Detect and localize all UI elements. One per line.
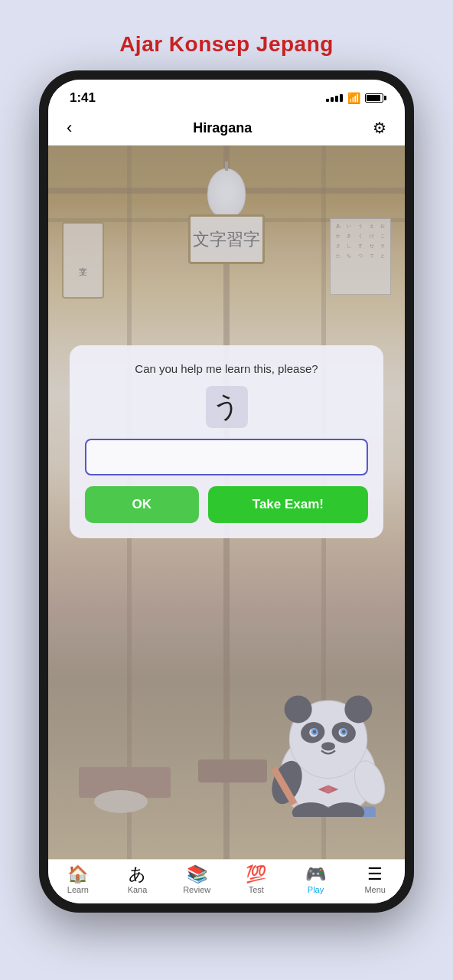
character-display: う	[85, 386, 368, 428]
tab-test[interactable]: 💯 Test	[226, 866, 286, 894]
dialog-buttons: OK Take Exam!	[85, 486, 368, 523]
page-title: Ajar Konsep Jepang	[119, 32, 334, 57]
main-content: 文字習字 あ い う え お か き く け こ さ し す せ	[48, 145, 405, 859]
nav-bar: ‹ Hiragana ⚙	[48, 112, 405, 145]
learn-icon: 🏠	[67, 866, 88, 883]
wifi-icon: 📶	[347, 92, 360, 104]
tab-review[interactable]: 📚 Review	[167, 866, 226, 894]
nav-title: Hiragana	[193, 120, 252, 136]
dialog-box: Can you help me learn this, please? う OK…	[70, 345, 383, 538]
kana-icon: あ	[129, 866, 146, 883]
settings-button[interactable]: ⚙	[373, 119, 386, 137]
back-button[interactable]: ‹	[67, 118, 72, 138]
tab-play[interactable]: 🎮 Play	[286, 866, 346, 894]
tab-bar: 🏠 Learn あ Kana 📚 Review 💯 Test 🎮 Play ☰	[48, 859, 405, 903]
menu-icon: ☰	[367, 866, 383, 883]
page-title-container: Ajar Konsep Jepang	[119, 0, 334, 70]
test-icon: 💯	[246, 866, 266, 883]
play-label: Play	[308, 885, 324, 894]
battery-icon	[365, 93, 383, 103]
play-icon: 🎮	[305, 866, 326, 883]
test-label: Test	[249, 885, 264, 894]
phone-frame: 1:41 📶 ‹ Hiragana ⚙	[39, 70, 414, 913]
tab-kana[interactable]: あ Kana	[108, 866, 168, 894]
menu-label: Menu	[364, 885, 386, 894]
character-card: う	[205, 386, 247, 428]
status-icons: 📶	[326, 92, 383, 104]
take-exam-button[interactable]: Take Exam!	[208, 486, 368, 523]
phone-screen: 1:41 📶 ‹ Hiragana ⚙	[48, 80, 405, 903]
ok-button[interactable]: OK	[85, 486, 199, 523]
answer-input[interactable]	[85, 439, 368, 475]
signal-icon	[326, 94, 343, 102]
hiragana-character: う	[212, 388, 240, 426]
status-time: 1:41	[70, 90, 96, 106]
dialog-message: Can you help me learn this, please?	[85, 362, 368, 375]
kana-label: Kana	[128, 885, 148, 894]
learn-label: Learn	[67, 885, 89, 894]
review-icon: 📚	[187, 866, 207, 883]
tab-menu[interactable]: ☰ Menu	[345, 866, 405, 894]
tab-learn[interactable]: 🏠 Learn	[48, 866, 108, 894]
status-bar: 1:41 📶	[48, 80, 405, 112]
review-label: Review	[183, 885, 210, 894]
